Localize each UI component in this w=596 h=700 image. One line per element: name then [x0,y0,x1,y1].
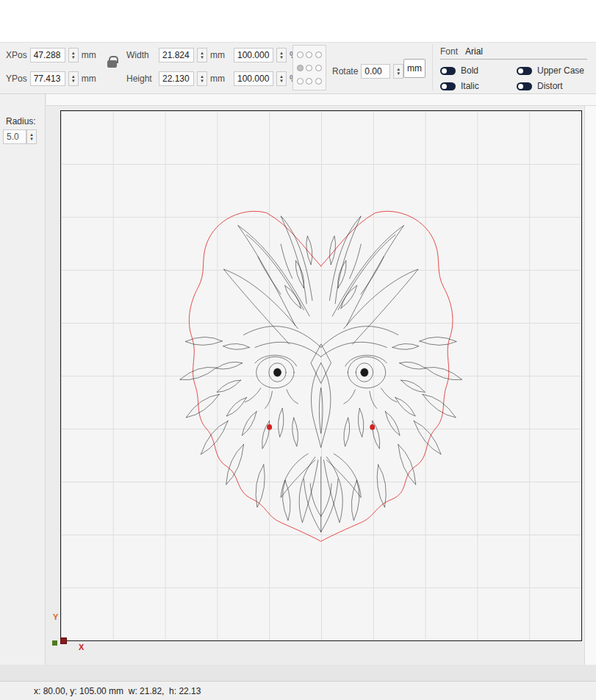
font-panel: Font Arial Bold Upper Case Italic Distor… [432,44,595,90]
tool-palette: Radius: 5.0 ▴▾ [0,94,46,665]
bold-toggle[interactable]: Bold [440,65,511,76]
toggle-switch-icon [517,82,532,90]
toggle-label: Upper Case [537,65,584,76]
workspace: Radius: 5.0 ▴▾ Y X [0,94,596,665]
anchor-middle-center[interactable] [306,65,312,71]
width-stepper[interactable]: ▴▾ [197,48,207,63]
upper-case-toggle[interactable]: Upper Case [517,65,587,76]
toggle-switch-icon [517,67,532,75]
drawing-canvas[interactable]: Y X [60,110,582,641]
owl-artwork[interactable] [178,207,464,551]
canvas-area: Y X [46,106,584,665]
anchor-bottom-right[interactable] [315,78,322,85]
y-axis-labels [46,106,60,650]
properties-bar: XPos 47.288 ▴▾ mm YPos 77.413 ▴▾ mm Widt… [0,43,596,94]
height-stepper[interactable]: ▴▾ [197,71,207,86]
rotate-group: Rotate 0.00 ▴▾ [332,63,403,79]
ypos-input[interactable]: 77.413 [30,71,65,86]
spin-down-icon: ▾ [201,79,204,83]
x-axis-label: X [79,643,84,651]
xpos-label: XPos [6,50,27,60]
width-percent-stepper[interactable]: ▴▾ [276,48,287,63]
spin-down-icon: ▾ [30,137,33,141]
anchor-bottom-left[interactable] [297,78,304,85]
xpos-input[interactable]: 47.288 [30,48,65,63]
rotate-input[interactable]: 0.00 [361,64,390,79]
anchor-top-left[interactable] [297,51,304,58]
anchor-middle-left[interactable] [297,65,304,71]
menu-bar [0,0,596,18]
xpos-unit: mm [82,50,96,60]
anchor-top-center[interactable] [306,51,312,58]
ruler-horizontal [46,94,596,106]
spin-down-icon: ▾ [280,79,283,83]
app-window: XPos 47.288 ▴▾ mm YPos 77.413 ▴▾ mm Widt… [0,0,596,700]
toggle-switch-icon [440,82,456,90]
y-axis-label: Y [53,612,58,621]
toggle-switch-icon [440,67,456,75]
ypos-group: YPos 77.413 ▴▾ mm [6,71,96,87]
xpos-group: XPos 47.288 ▴▾ mm [6,47,96,63]
anchor-bottom-center[interactable] [306,78,312,85]
height-percent-input[interactable]: 100.000 [234,71,273,86]
height-group: Height 22.130 ▴▾ mm 100.000 ▴▾ % [126,71,298,87]
width-input[interactable]: 21.824 [159,48,194,63]
spin-down-icon: ▾ [72,79,75,83]
height-unit: mm [210,74,225,84]
ruler-vertical [584,106,596,665]
rotate-stepper[interactable]: ▴▾ [393,64,403,79]
width-unit: mm [210,50,225,60]
drawing-viewport: Y X [46,94,596,665]
lock-aspect-icon[interactable] [107,60,117,68]
height-percent-stepper[interactable]: ▴▾ [276,71,287,86]
font-label: Font [440,46,458,57]
status-bar: x: 80.00, y: 105.00 mm w: 21.82, h: 22.1… [0,681,596,700]
ypos-unit: mm [82,74,96,84]
anchor-point-selector[interactable] [292,45,326,90]
rotate-label: Rotate [332,66,358,76]
toggle-label: Bold [461,65,478,76]
ypos-stepper[interactable]: ▴▾ [68,71,79,86]
anchor-top-right[interactable] [315,51,322,58]
radius-input[interactable]: 5.0 [3,129,26,144]
width-label: Width [126,50,156,60]
width-group: Width 21.824 ▴▾ mm 100.000 ▴▾ % [126,47,298,63]
origin-marker-green [52,640,57,646]
height-input[interactable]: 22.130 [159,71,194,86]
distort-toggle[interactable]: Distort [517,81,587,91]
italic-toggle[interactable]: Italic [440,81,511,91]
spin-down-icon: ▾ [280,55,283,60]
spin-down-icon: ▾ [201,55,204,60]
radius-stepper[interactable]: ▴▾ [26,129,37,144]
font-family-input[interactable]: Arial [465,46,483,57]
toggle-label: Italic [461,81,479,91]
ypos-label: YPos [6,74,27,84]
units-button[interactable]: mm [403,59,426,78]
main-toolbar [0,18,596,43]
radius-control: Radius: 5.0 ▴▾ [3,116,45,144]
toggle-label: Distort [537,81,563,91]
radius-label: Radius: [6,116,45,126]
color-palette [0,665,596,681]
spin-down-icon: ▾ [398,71,401,76]
anchor-middle-right[interactable] [315,65,322,71]
origin-marker-red [60,638,67,644]
width-percent-input[interactable]: 100.000 [234,48,273,63]
xpos-stepper[interactable]: ▴▾ [68,48,79,63]
spin-down-icon: ▾ [72,55,75,60]
cursor-coordinates: x: 80.00, y: 105.00 mm w: 21.82, h: 22.1… [34,686,201,696]
height-label: Height [126,74,156,84]
